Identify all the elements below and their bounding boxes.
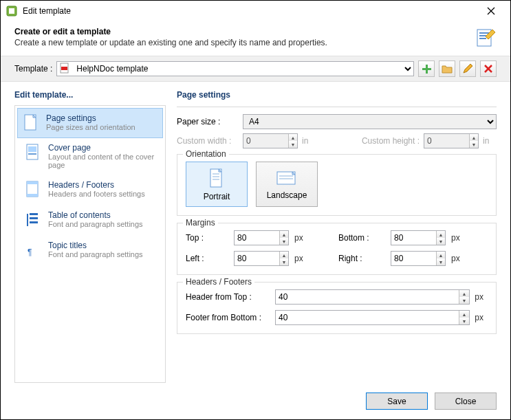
- sidebar-title: Edit template...: [14, 90, 166, 100]
- header-title: Create or edit a template: [14, 27, 475, 36]
- svg-text:¶: ¶: [28, 247, 32, 257]
- svg-rect-24: [30, 221, 38, 223]
- svg-rect-16: [28, 146, 36, 152]
- app-icon: [6, 5, 17, 16]
- header: Create or edit a template Create a new t…: [1, 21, 510, 56]
- svg-rect-20: [27, 194, 38, 197]
- sidebar-item-headers-footers[interactable]: Headers / Footers Headers and footers se…: [18, 175, 162, 205]
- titlebar: Edit template: [1, 1, 510, 21]
- spin-down-icon[interactable]: ▼: [437, 238, 445, 245]
- margin-bottom-spin[interactable]: ▲▼: [391, 230, 446, 245]
- header-from-top-spin[interactable]: ▲▼: [275, 289, 470, 305]
- template-label: Template :: [14, 64, 52, 74]
- unit-in: in: [483, 136, 497, 146]
- margin-top-label: Top :: [186, 233, 234, 243]
- svg-rect-17: [28, 153, 36, 155]
- footer-from-bottom-label: Footer from Bottom :: [186, 313, 275, 322]
- toc-icon: [25, 210, 41, 230]
- margin-right-label: Right :: [338, 254, 391, 263]
- margin-top-spin[interactable]: ▲▼: [234, 230, 289, 245]
- spin-up-icon: ▲: [289, 134, 297, 141]
- sidebar-item-cover-page[interactable]: Cover page Layout and content of the cov…: [18, 137, 162, 175]
- header-from-top-input[interactable]: [276, 290, 459, 304]
- sidebar-item-desc: Font and paragraph settings: [48, 220, 143, 228]
- custom-width-input: [243, 134, 288, 148]
- portrait-label: Portrait: [204, 192, 230, 201]
- header-from-top-label: Header from Top :: [186, 292, 275, 302]
- sidebar-item-page-settings[interactable]: Page settings Page sizes and orientation: [17, 108, 163, 138]
- pilcrow-icon: ¶: [25, 241, 41, 260]
- template-toolbar: Template : HelpNDoc template: [1, 56, 510, 82]
- sidebar-item-desc: Headers and footers settings: [48, 190, 145, 198]
- spin-down-icon[interactable]: ▼: [459, 297, 469, 304]
- spin-down-icon[interactable]: ▼: [280, 238, 288, 245]
- margins-legend: Margins: [183, 218, 218, 228]
- margin-top-input[interactable]: [235, 231, 279, 245]
- svg-rect-19: [27, 181, 38, 184]
- sidebar-list: Page settings Page sizes and orientation…: [14, 105, 166, 383]
- spin-up-icon[interactable]: ▲: [459, 290, 469, 297]
- spin-down-icon: ▼: [289, 141, 297, 148]
- hf-legend: Headers / Footers: [183, 277, 254, 287]
- footer-from-bottom-spin[interactable]: ▲▼: [275, 310, 470, 325]
- margin-right-spin[interactable]: ▲▼: [391, 251, 446, 266]
- sidebar-item-table-of-contents[interactable]: Table of contents Font and paragraph set…: [18, 205, 162, 235]
- save-button[interactable]: Save: [366, 393, 428, 410]
- custom-width-label: Custom width :: [177, 136, 239, 146]
- sidebar-item-desc: Page sizes and orientation: [46, 123, 135, 131]
- spin-down-icon: ▼: [470, 141, 478, 148]
- dialog-window: Edit template Create or edit a template …: [1, 1, 510, 419]
- edit-template-button[interactable]: [459, 60, 476, 77]
- sidebar-item-desc: Font and paragraph settings: [48, 250, 143, 258]
- sidebar: Edit template... Page settings Page size…: [14, 90, 166, 383]
- unit-px: px: [451, 233, 465, 243]
- unit-px: px: [470, 292, 483, 302]
- unit-px: px: [294, 254, 308, 263]
- sidebar-item-label: Cover page: [48, 143, 155, 153]
- main-title: Page settings: [177, 90, 497, 100]
- main-pane: Page settings Paper size : A4 Custom wid…: [177, 90, 497, 383]
- open-template-button[interactable]: [439, 60, 455, 77]
- add-template-button[interactable]: [418, 60, 435, 77]
- sidebar-item-topic-titles[interactable]: ¶ Topic titles Font and paragraph settin…: [18, 235, 162, 265]
- spin-up-icon[interactable]: ▲: [280, 231, 288, 238]
- margin-right-input[interactable]: [391, 252, 436, 265]
- margin-left-label: Left :: [186, 254, 234, 263]
- page-icon: [23, 113, 39, 133]
- unit-in: in: [302, 136, 316, 146]
- custom-height-label: Custom height :: [362, 136, 420, 146]
- spin-up-icon[interactable]: ▲: [280, 252, 288, 258]
- template-edit-icon: [475, 27, 497, 49]
- custom-height-spin: ▲▼: [424, 133, 479, 148]
- template-select[interactable]: HelpNDoc template: [56, 61, 414, 76]
- unit-px: px: [294, 233, 308, 243]
- orientation-portrait-button[interactable]: Portrait: [186, 162, 248, 207]
- spin-up-icon[interactable]: ▲: [437, 252, 445, 258]
- header-subtitle: Create a new template or update an exist…: [14, 38, 475, 47]
- margin-left-input[interactable]: [235, 252, 279, 265]
- delete-template-button[interactable]: [480, 60, 497, 77]
- paper-size-select[interactable]: A4: [243, 114, 497, 129]
- footer: Save Close: [1, 386, 510, 419]
- margin-bottom-input[interactable]: [391, 231, 436, 245]
- spin-down-icon[interactable]: ▼: [280, 258, 288, 265]
- sidebar-item-desc: Layout and content of the cover page: [48, 153, 155, 169]
- custom-width-spin: ▲▼: [243, 133, 298, 148]
- svg-rect-7: [479, 38, 486, 39]
- margin-left-spin[interactable]: ▲▼: [234, 251, 289, 266]
- spin-up-icon: ▲: [470, 134, 478, 141]
- headers-footers-icon: [25, 180, 41, 199]
- orientation-landscape-button[interactable]: Landscape: [256, 162, 318, 207]
- window-title: Edit template: [23, 6, 477, 16]
- spin-down-icon[interactable]: ▼: [459, 318, 469, 324]
- orientation-legend: Orientation: [183, 149, 229, 159]
- footer-from-bottom-input[interactable]: [276, 311, 459, 324]
- close-button[interactable]: Close: [435, 393, 497, 410]
- headers-footers-group: Headers / Footers Header from Top : ▲▼ p…: [177, 282, 497, 334]
- spin-up-icon[interactable]: ▲: [437, 231, 445, 238]
- landscape-label: Landscape: [267, 190, 307, 200]
- sidebar-item-label: Topic titles: [48, 241, 143, 250]
- spin-up-icon[interactable]: ▲: [459, 311, 469, 318]
- spin-down-icon[interactable]: ▼: [437, 258, 445, 265]
- close-window-button[interactable]: [477, 1, 505, 21]
